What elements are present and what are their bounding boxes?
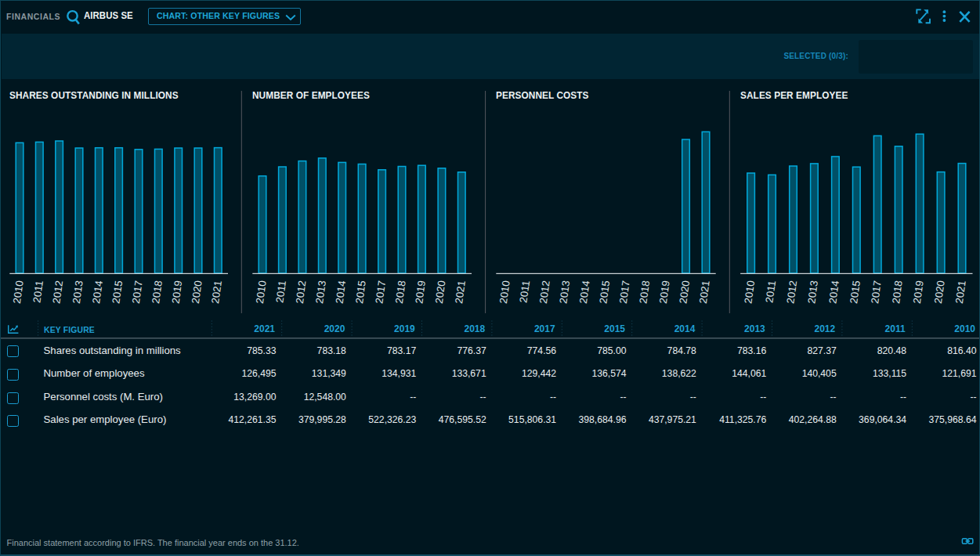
svg-text:2010: 2010	[497, 280, 512, 304]
svg-text:2018: 2018	[890, 280, 905, 304]
svg-text:2018: 2018	[393, 280, 408, 304]
svg-text:2021: 2021	[453, 280, 468, 304]
svg-text:2013: 2013	[313, 280, 328, 304]
svg-text:2020: 2020	[932, 280, 947, 304]
svg-text:2019: 2019	[413, 280, 428, 304]
svg-text:2019: 2019	[657, 280, 672, 304]
svg-text:2015: 2015	[848, 280, 862, 304]
svg-text:2021: 2021	[209, 280, 224, 304]
svg-text:2011: 2011	[31, 280, 45, 303]
svg-text:2014: 2014	[90, 280, 105, 304]
svg-text:2017: 2017	[373, 280, 388, 304]
svg-text:2014: 2014	[334, 280, 349, 304]
svg-text:2013: 2013	[805, 280, 820, 304]
svg-text:2010: 2010	[742, 280, 757, 304]
svg-text:2015: 2015	[353, 280, 368, 304]
svg-text:2010: 2010	[11, 280, 26, 304]
svg-text:2014: 2014	[577, 280, 592, 304]
svg-text:2011: 2011	[763, 280, 778, 303]
svg-text:2013: 2013	[557, 280, 572, 304]
svg-text:2020: 2020	[433, 280, 448, 304]
svg-text:2011: 2011	[273, 280, 288, 303]
svg-text:2010: 2010	[254, 280, 269, 304]
svg-text:2012: 2012	[50, 280, 65, 304]
svg-text:2015: 2015	[597, 280, 612, 304]
svg-text:2012: 2012	[537, 280, 552, 304]
svg-text:2020: 2020	[190, 280, 204, 304]
svg-text:2012: 2012	[294, 280, 309, 304]
svg-text:2020: 2020	[677, 280, 692, 304]
svg-text:2019: 2019	[170, 280, 185, 304]
svg-text:2018: 2018	[150, 280, 165, 304]
svg-text:2021: 2021	[697, 280, 712, 304]
svg-text:2015: 2015	[110, 280, 125, 304]
svg-text:2014: 2014	[826, 280, 841, 304]
svg-text:2017: 2017	[130, 280, 145, 304]
svg-text:2011: 2011	[517, 280, 532, 303]
svg-text:2013: 2013	[71, 280, 85, 304]
svg-text:2018: 2018	[637, 280, 652, 304]
svg-text:2012: 2012	[784, 280, 799, 304]
svg-text:2019: 2019	[911, 280, 926, 304]
svg-text:2017: 2017	[617, 280, 632, 304]
svg-text:2017: 2017	[869, 280, 884, 304]
svg-text:2021: 2021	[953, 280, 968, 304]
